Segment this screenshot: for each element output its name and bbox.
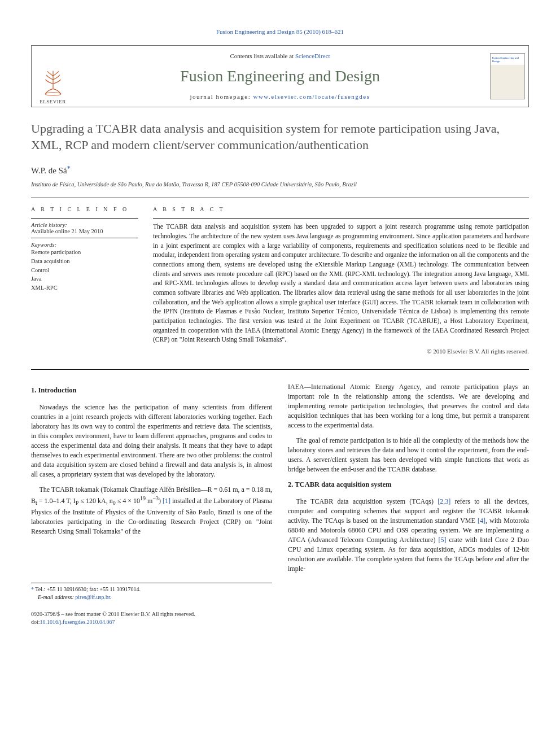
keyword: XML-RPC <box>31 283 138 292</box>
info-rule-1 <box>31 218 138 219</box>
author-block: W.P. de Sá* <box>31 164 529 176</box>
elsevier-wordmark: ELSEVIER <box>40 99 66 104</box>
ref-5-link[interactable]: [5] <box>438 536 446 544</box>
keyword: Remote participation <box>31 248 138 257</box>
keyword: Data acquisition <box>31 257 138 266</box>
footnote-email-link[interactable]: pires@if.usp.br <box>75 594 110 600</box>
sciencedirect-link[interactable]: ScienceDirect <box>295 53 330 59</box>
abstract-text: The TCABR data analysis and acquisition … <box>153 222 529 344</box>
footnote-tel: Tel.: +55 11 30916630; fax: +55 11 30917… <box>35 586 141 592</box>
footnote-email-label: E-mail address: <box>38 594 75 600</box>
footer-copyright: 0920-3796/$ – see front matter © 2010 El… <box>31 610 529 618</box>
svg-point-0 <box>45 92 61 95</box>
keywords-label: Keywords: <box>31 242 138 248</box>
elsevier-tree-icon <box>37 67 68 98</box>
keyword: Java <box>31 274 138 283</box>
keyword: Control <box>31 266 138 275</box>
abstract-rule <box>153 218 529 219</box>
journal-cover-thumb: Fusion Engineering and Design <box>486 46 528 107</box>
intro-para-2-continued: IAEA—International Atomic Energy Agency,… <box>288 382 529 430</box>
page-footer: 0920-3796/$ – see front matter © 2010 El… <box>31 610 529 626</box>
section-2-para-1: The TCABR data acquisition system (TCAqs… <box>288 497 529 574</box>
journal-homepage-line: journal homepage: www.elsevier.com/locat… <box>80 93 480 100</box>
journal-center-block: Contents lists available at ScienceDirec… <box>74 46 486 107</box>
contents-available-line: Contents lists available at ScienceDirec… <box>80 53 480 59</box>
footnotes-block: * Tel.: +55 11 30916630; fax: +55 11 309… <box>31 583 272 601</box>
intro-para-1: Nowadays the science has the participati… <box>31 403 272 479</box>
section-1-heading: 1. Introduction <box>31 386 272 396</box>
cover-image: Fusion Engineering and Design <box>490 53 525 99</box>
author-footnote-mark: * <box>67 164 71 172</box>
ref-4-link[interactable]: [4] <box>478 517 485 525</box>
abstract-copyright: © 2010 Elsevier B.V. All rights reserved… <box>153 348 529 355</box>
abstract-heading: A B S T R A C T <box>153 206 529 212</box>
abstract-column: A B S T R A C T The TCABR data analysis … <box>153 206 529 355</box>
running-header: Fusion Engineering and Design 85 (2010) … <box>31 28 529 35</box>
journal-masthead: ELSEVIER Contents lists available at Sci… <box>31 45 529 107</box>
doi-prefix: doi: <box>31 619 40 625</box>
citation-text: Fusion Engineering and Design 85 (2010) … <box>216 28 344 35</box>
journal-homepage-link[interactable]: www.elsevier.com/locate/fusengdes <box>253 93 370 100</box>
article-info-column: A R T I C L E I N F O Article history: A… <box>31 206 138 355</box>
doi-link[interactable]: 10.1016/j.fusengdes.2010.04.067 <box>40 619 115 625</box>
journal-title: Fusion Engineering and Design <box>80 67 480 85</box>
intro-para-2: The TCABR tokamak (Tokamak Chauffage Alf… <box>31 485 272 536</box>
article-history-label: Article history: <box>31 222 67 228</box>
info-rule-2 <box>31 238 138 238</box>
ref-1-link[interactable]: [1] <box>163 497 170 505</box>
ref-23-link[interactable]: [2,3] <box>438 497 450 505</box>
author-name: W.P. de Sá <box>31 166 67 175</box>
article-history-date: Available online 21 May 2010 <box>31 228 103 234</box>
footnote-star-icon: * <box>31 586 34 592</box>
article-title: Upgrading a TCABR data analysis and acqu… <box>31 121 529 153</box>
body-text: 1. Introduction Nowadays the science has… <box>31 382 529 601</box>
intro-para-3: The goal of remote participation is to h… <box>288 436 529 474</box>
article-info-heading: A R T I C L E I N F O <box>31 206 138 212</box>
section-2-heading: 2. TCABR data acquisition system <box>288 480 529 490</box>
elsevier-logo: ELSEVIER <box>32 46 74 107</box>
author-affiliation: Instituto de Física, Universidade de São… <box>31 181 529 187</box>
